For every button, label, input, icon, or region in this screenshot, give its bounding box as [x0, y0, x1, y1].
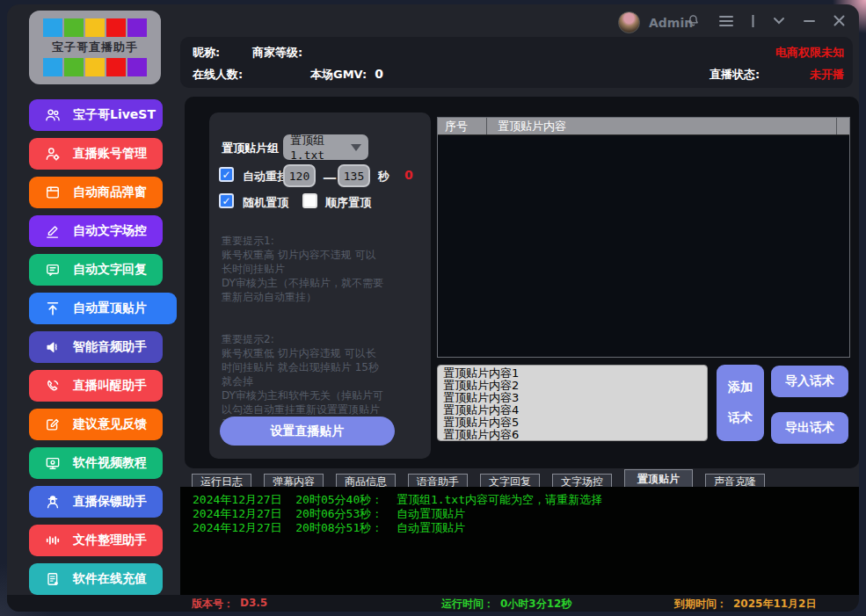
merchant-level-label: 商家等级: — [252, 45, 302, 61]
export-phrases-button[interactable]: 导出话术 — [771, 412, 848, 444]
logo-color-blocks-top — [43, 18, 147, 37]
people-icon — [44, 106, 62, 124]
pin-settings-panel: 置顶贴片组 置顶组1.txt ✓ 自动重挂 — 秒 0 ✓ — [209, 112, 431, 459]
expire-label: 到期时间： — [674, 597, 727, 612]
minimize-icon[interactable] — [804, 19, 815, 23]
sidebar-item-file-organizer[interactable]: 文件整理助手 — [29, 525, 163, 556]
sidebar-item-product-popup[interactable]: 自动商品弹窗 — [29, 177, 163, 208]
ecom-permission-status: 电商权限未知 — [775, 45, 844, 61]
live-status-value: 未开播 — [810, 67, 844, 83]
add-phrase-line1: 添加 — [728, 380, 753, 395]
logo-block — [127, 58, 147, 76]
sidebar-item-wakeup-assistant[interactable]: 直播叫醒助手 — [29, 370, 163, 402]
runtime-value: 0小时3分12秒 — [500, 597, 571, 612]
pencil-icon — [44, 222, 62, 240]
auto-rehang-checkbox[interactable]: ✓ — [219, 167, 234, 182]
sidebar-item-label: 自动文字场控 — [73, 223, 147, 239]
log-entry: 2024年12月27日 20时08分51秒： 自动置顶贴片 — [193, 521, 859, 535]
sidebar-item-label: 自动文字回复 — [73, 262, 147, 278]
table-header-content: 置顶贴片内容 — [487, 118, 837, 134]
sidebar-item-text-reply[interactable]: 自动文字回复 — [29, 254, 163, 286]
logo-block — [64, 18, 84, 37]
run-log-console[interactable]: 2024年12月27日 20时05分40秒： 置顶组1.txt内容可能为空，请重… — [180, 487, 859, 595]
logo-block — [43, 18, 62, 37]
desktop-background: 宝子哥直播助手 Admin — [0, 0, 866, 616]
random-pin-label: 随机置顶 — [243, 195, 288, 211]
sidebar-item-label: 智能音频助手 — [73, 339, 147, 355]
pin-group-label: 置顶贴片组 — [222, 141, 279, 156]
sidebar-item-label: 文件整理助手 — [73, 533, 147, 548]
logo-title: 宝子哥直播助手 — [52, 40, 138, 55]
divider — [752, 14, 754, 28]
log-entry: 2024年12月27日 20时06分53秒： 自动置顶贴片 — [193, 507, 859, 521]
menu-icon[interactable] — [719, 15, 733, 27]
sequence-pin-checkbox[interactable] — [302, 193, 317, 208]
sidebar-item-bodyguard[interactable]: 直播保镖助手 — [29, 486, 163, 518]
hint-1: 重要提示1: 账号权重高 切片内容不违规 可以 长时间挂贴片 DY审核为主（不掉… — [222, 234, 424, 304]
sidebar-item-label: 建议意见反馈 — [73, 417, 147, 432]
sequence-pin-label: 顺序置顶 — [325, 195, 371, 211]
add-phrase-button[interactable]: 添加 话术 — [717, 365, 764, 441]
phone-icon — [44, 377, 62, 395]
gmv-label: 本场GMV: — [310, 67, 367, 83]
logo-block — [64, 58, 84, 76]
sidebar-item-account-manage[interactable]: 直播账号管理 — [29, 138, 163, 170]
set-live-sticker-button[interactable]: 设置直播贴片 — [220, 417, 395, 446]
live-info-panel: 昵称: 商家等级: 电商权限未知 在线人数: 本场GMV: 0 直播状态: 未开… — [180, 37, 853, 88]
logo-block — [106, 18, 126, 37]
account-gear-icon — [44, 145, 62, 163]
rehang-counter: 0 — [404, 168, 413, 182]
speaker-icon — [44, 338, 62, 356]
sidebar-item-pin-top[interactable]: 自动置顶贴片 — [29, 293, 177, 324]
close-icon[interactable] — [833, 15, 845, 26]
version-label: 版本号： — [192, 597, 234, 612]
feedback-edit-icon — [44, 416, 62, 433]
important-hints: 重要提示1: 账号权重高 切片内容不违规 可以 长时间挂贴片 DY审核为主（不掉… — [222, 220, 424, 445]
sidebar-item-livest[interactable]: 宝子哥LiveST — [29, 99, 163, 131]
bodyguard-icon — [44, 493, 62, 511]
table-header-stub — [837, 118, 849, 134]
expire-value: 2025年11月2日 — [733, 597, 816, 612]
logo-block — [127, 18, 147, 37]
add-phrase-line2: 话术 — [728, 410, 753, 426]
sidebar-item-label: 直播保镖助手 — [73, 494, 147, 510]
runtime-label: 运行时间： — [441, 597, 494, 612]
sidebar-item-feedback[interactable]: 建议意见反馈 — [29, 409, 163, 440]
sidebar-item-label: 直播账号管理 — [73, 146, 147, 162]
sidebar-item-video-tutorial[interactable]: 软件视频教程 — [29, 447, 163, 479]
random-pin-checkbox[interactable]: ✓ — [219, 193, 234, 208]
pin-content-table[interactable]: 序号 置顶贴片内容 — [437, 117, 850, 358]
table-header-index: 序号 — [438, 118, 487, 134]
sidebar-item-online-recharge[interactable]: 软件在线充值 — [29, 563, 163, 595]
avatar[interactable] — [618, 11, 640, 33]
chat-reply-icon — [44, 261, 62, 279]
online-count-label: 在线人数: — [193, 67, 243, 83]
log-entry: 2024年12月27日 20时05分40秒： 置顶组1.txt内容可能为空，请重… — [193, 493, 859, 507]
sidebar-item-label: 宝子哥LiveST — [73, 107, 156, 123]
sidebar-item-text-control[interactable]: 自动文字场控 — [29, 215, 163, 247]
recharge-doc-icon — [44, 570, 62, 588]
sidebar-item-label: 软件视频教程 — [73, 455, 147, 471]
app-logo: 宝子哥直播助手 — [29, 11, 161, 84]
chevron-down-icon[interactable] — [773, 17, 785, 25]
import-phrases-button[interactable]: 导入话术 — [771, 366, 848, 397]
dropdown-arrow-icon — [351, 144, 361, 151]
live-status-label: 直播状态: — [710, 67, 760, 83]
range-dash: — — [323, 169, 337, 185]
bell-icon[interactable] — [686, 13, 701, 28]
logo-block — [106, 58, 126, 76]
sidebar-item-label: 软件在线充值 — [73, 571, 147, 587]
sidebar-item-audio-assistant[interactable]: 智能音频助手 — [29, 331, 163, 363]
gmv-value: 0 — [375, 67, 383, 83]
version-value: D3.5 — [240, 597, 267, 612]
phrase-list-input[interactable]: 置顶贴片内容1 置顶贴片内容2 置顶贴片内容3 置顶贴片内容4 置顶贴片内容5 … — [437, 365, 708, 441]
product-popup-icon — [44, 184, 62, 201]
table-header: 序号 置顶贴片内容 — [438, 118, 849, 135]
logo-block — [43, 58, 62, 76]
seconds-label: 秒 — [378, 169, 389, 185]
rehang-max-input[interactable] — [338, 164, 370, 187]
logo-color-blocks-bottom — [43, 58, 147, 76]
pin-group-select[interactable]: 置顶组1.txt — [283, 134, 368, 160]
rehang-min-input[interactable] — [283, 164, 316, 187]
logo-block — [85, 18, 105, 37]
